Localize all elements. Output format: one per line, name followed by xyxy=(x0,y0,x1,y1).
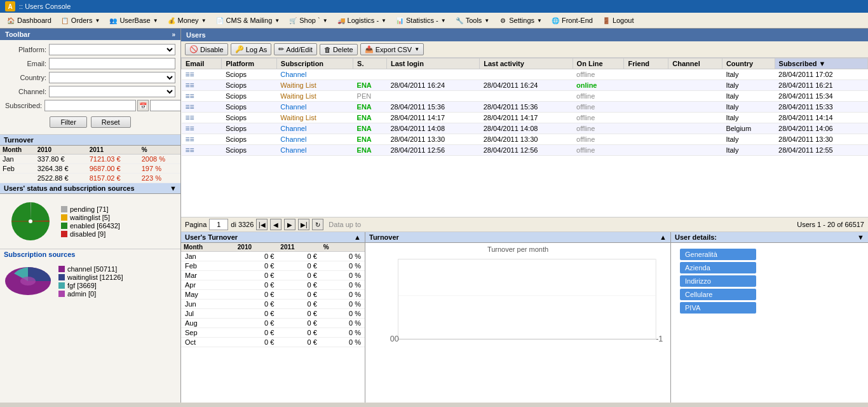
azienda-button[interactable]: Azienda xyxy=(680,262,756,273)
subscribed-from-picker[interactable]: 📅 xyxy=(137,100,149,111)
panel-e-expand[interactable]: ▲ xyxy=(354,233,361,241)
status-collapse[interactable]: ▼ xyxy=(170,184,177,192)
cell-email[interactable]: ≡≡ xyxy=(182,113,222,123)
first-page-btn[interactable]: |◀ xyxy=(256,219,268,230)
piva-button[interactable]: PIVA xyxy=(680,302,756,314)
cell-subscription: Channel xyxy=(276,134,353,145)
cell-friend xyxy=(624,145,668,156)
refresh-btn[interactable]: ↻ xyxy=(312,219,323,230)
table-row[interactable]: ≡≡ Sciops Channel ENA 28/04/2011 12:56 2… xyxy=(182,145,868,156)
prev-page-btn[interactable]: ◀ xyxy=(270,219,281,230)
cell-status: ENA xyxy=(353,102,387,113)
subscribed-input-group: 📅 📅 xyxy=(44,100,181,111)
table-row[interactable]: ≡≡ Sciops Channel offline Italy 28/04/20… xyxy=(182,69,868,80)
menu-statistics[interactable]: 📊 Statistics - ▼ xyxy=(391,15,450,26)
indirizzo-button[interactable]: Indirizzo xyxy=(680,275,756,287)
cell-email[interactable]: ≡≡ xyxy=(182,91,222,102)
users-table-container[interactable]: Email Platform Subscription S. Last logi… xyxy=(181,58,868,217)
cell-pct: 0 % xyxy=(321,271,365,280)
subscription-pie-container: channel [50711]waitinglist [12126]fgf [3… xyxy=(0,259,180,303)
cell-email[interactable]: ≡≡ xyxy=(182,69,222,80)
table-row: Feb 3264.38 € 9687.00 € 197 % xyxy=(0,164,180,174)
cellulare-button[interactable]: Cellulare xyxy=(680,289,756,300)
cell-channel xyxy=(668,69,722,80)
cell-channel xyxy=(668,80,722,91)
subscribed-label: Subscribed: xyxy=(5,102,42,109)
th-online[interactable]: On Line xyxy=(573,59,624,69)
th-channel[interactable]: Channel xyxy=(668,59,722,69)
th-status[interactable]: S. xyxy=(353,59,387,69)
platform-select[interactable] xyxy=(49,44,175,55)
cell-email[interactable]: ≡≡ xyxy=(182,134,222,145)
logas-button[interactable]: 🔑 Log As xyxy=(231,43,272,55)
cell-email[interactable]: ≡≡ xyxy=(182,123,222,134)
table-row[interactable]: ≡≡ Sciops Channel ENA 28/04/2011 15:36 2… xyxy=(182,102,868,113)
cell-email[interactable]: ≡≡ xyxy=(182,102,222,113)
statistics-arrow: ▼ xyxy=(441,18,446,24)
addedit-button[interactable]: ✏ Add/Edit xyxy=(274,43,317,55)
subscribed-from-input[interactable] xyxy=(44,100,136,111)
panel-e-scroll[interactable]: Month 2010 2011 % Jan 0 € 0 € 0 % Feb 0 … xyxy=(181,243,365,403)
channel-select[interactable] xyxy=(49,86,175,97)
panel-g-expand[interactable]: ▼ xyxy=(857,233,864,241)
cell-2011: 0 € xyxy=(278,328,321,338)
reset-button[interactable]: Reset xyxy=(91,116,131,128)
subscribed-to-input[interactable] xyxy=(150,100,181,111)
legend-color xyxy=(58,282,65,289)
th-last-login[interactable]: Last login xyxy=(386,59,479,69)
app-icon: A xyxy=(5,1,15,11)
th-email[interactable]: Email xyxy=(182,59,222,69)
exportcsv-button[interactable]: 📤 Export CSV ▼ xyxy=(360,43,424,55)
cell-online: offline xyxy=(573,123,624,134)
menu-frontend[interactable]: 🌐 Front-End xyxy=(547,15,597,26)
table-row[interactable]: ≡≡ Sciops Waiting List PEN offline Italy… xyxy=(182,91,868,102)
toolbar-form: Platform: Email: Country: Channel: xyxy=(0,40,180,135)
cell-2011: 0 € xyxy=(278,271,321,280)
menu-cms[interactable]: 📄 CMS & Mailing ▼ xyxy=(212,15,284,26)
menu-tools[interactable]: 🔧 Tools ▼ xyxy=(451,15,494,26)
next-page-btn[interactable]: ▶ xyxy=(284,219,295,230)
panel-f-expand[interactable]: ▲ xyxy=(660,233,667,241)
menu-settings[interactable]: ⚙ Settings ▼ xyxy=(494,15,546,26)
subscription-sources-title[interactable]: Subscription sources xyxy=(0,249,180,259)
country-select[interactable] xyxy=(49,72,175,83)
th-last-activity[interactable]: Last activity xyxy=(480,59,573,69)
menu-orders[interactable]: 📋 Orders ▼ xyxy=(57,15,104,26)
th-friend[interactable]: Friend xyxy=(624,59,668,69)
menu-userbase[interactable]: 👥 UserBase ▼ xyxy=(105,15,161,26)
filter-button[interactable]: Filter xyxy=(50,116,86,128)
th-subscription[interactable]: Subscription xyxy=(276,59,353,69)
menu-dashboard[interactable]: 🏠 Dashboard xyxy=(3,15,55,26)
cell-last-login: 28/04/2011 13:30 xyxy=(386,134,479,145)
cell-friend xyxy=(624,123,668,134)
th-country[interactable]: Country xyxy=(722,59,775,69)
table-row[interactable]: ≡≡ Sciops Channel ENA 28/04/2011 14:08 2… xyxy=(182,123,868,134)
menu-logistics[interactable]: 🚚 Logistics - ▼ xyxy=(333,15,390,26)
cell-pct: 0 % xyxy=(321,261,365,271)
subscription-pie-chart xyxy=(3,262,53,300)
table-row[interactable]: ≡≡ Sciops Waiting List ENA 28/04/2011 16… xyxy=(182,80,868,91)
table-row[interactable]: ≡≡ Sciops Waiting List ENA 28/04/2011 14… xyxy=(182,113,868,123)
collapse-button[interactable]: » xyxy=(172,31,175,38)
menu-money[interactable]: 💰 Money ▼ xyxy=(163,15,210,26)
delete-button[interactable]: 🗑 Delete xyxy=(320,44,358,55)
menu-logout[interactable]: 🚪 Logout xyxy=(598,15,638,26)
th-platform[interactable]: Platform xyxy=(222,59,276,69)
of-label: di 3326 xyxy=(231,221,254,228)
cell-channel xyxy=(668,134,722,145)
page-number-input[interactable] xyxy=(209,219,228,230)
cell-email[interactable]: ≡≡ xyxy=(182,145,222,156)
menu-shop[interactable]: 🛒 Shop ` ▼ xyxy=(285,15,331,26)
generalita-button[interactable]: Generalità xyxy=(680,249,756,260)
cell-online: offline xyxy=(573,91,624,102)
cell-platform: Sciops xyxy=(222,102,276,113)
disable-button[interactable]: 🚫 Disable xyxy=(185,43,228,55)
email-input[interactable] xyxy=(49,58,175,69)
cell-email[interactable]: ≡≡ xyxy=(182,80,222,91)
svg-point-4 xyxy=(20,277,36,286)
content-area: Users 🚫 Disable 🔑 Log As ✏ Add/Edit 🗑 De… xyxy=(181,29,868,403)
cell-2011: 9687.00 € xyxy=(87,164,139,174)
table-row[interactable]: ≡≡ Sciops Channel ENA 28/04/2011 13:30 2… xyxy=(182,134,868,145)
th-subscribed[interactable]: Subscribed ▼ xyxy=(775,59,867,69)
last-page-btn[interactable]: ▶| xyxy=(298,219,309,230)
